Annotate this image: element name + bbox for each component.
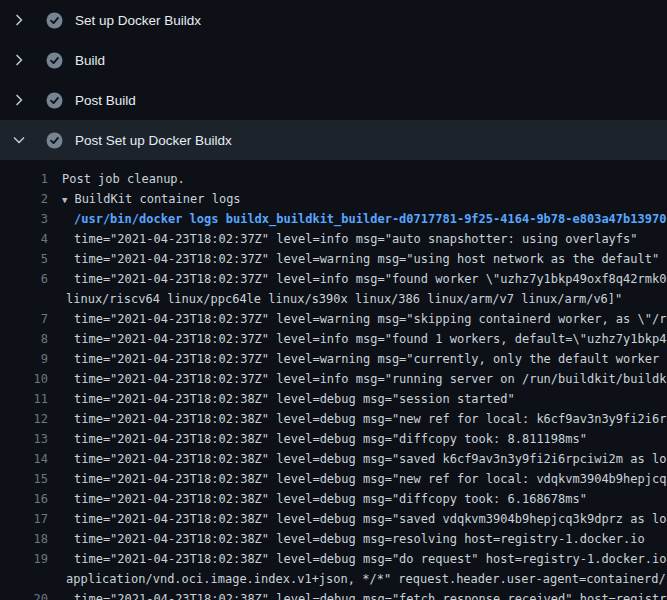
log-text: time="2021-04-23T18:02:37Z" level=info m… [48, 269, 667, 289]
line-number[interactable]: 1 [0, 169, 48, 189]
log-group-toggle[interactable]: ▼BuildKit container logs [48, 189, 241, 209]
log-text: time="2021-04-23T18:02:38Z" level=debug … [48, 589, 667, 600]
actions-log-viewer: Set up Docker BuildxBuildPost BuildPost … [0, 0, 667, 600]
line-number[interactable]: 14 [0, 449, 48, 469]
log-line: 9time="2021-04-23T18:02:37Z" level=warni… [0, 349, 667, 369]
line-number[interactable]: 6 [0, 269, 48, 289]
step-row-post-build[interactable]: Post Build [0, 80, 667, 120]
log-text: time="2021-04-23T18:02:38Z" level=debug … [48, 489, 587, 509]
log-line-continuation: linux/riscv64 linux/ppc64le linux/s390x … [0, 289, 667, 309]
line-number [0, 569, 48, 589]
log-text: time="2021-04-23T18:02:38Z" level=debug … [48, 469, 667, 489]
log-text: time="2021-04-23T18:02:38Z" level=debug … [48, 529, 645, 549]
log-text: time="2021-04-23T18:02:37Z" level=warnin… [48, 249, 659, 269]
log-text: time="2021-04-23T18:02:38Z" level=debug … [48, 549, 667, 569]
chevron-right-icon[interactable] [11, 12, 27, 28]
log-command-text: /usr/bin/docker logs buildx_buildkit_bui… [48, 209, 666, 229]
log-line: 18time="2021-04-23T18:02:38Z" level=debu… [0, 529, 667, 549]
log-text: time="2021-04-23T18:02:37Z" level=info m… [48, 329, 667, 349]
line-number[interactable]: 2 [0, 189, 48, 209]
check-circle-icon [46, 12, 63, 29]
line-number[interactable]: 19 [0, 549, 48, 569]
step-label: Build [75, 53, 105, 68]
step-label: Set up Docker Buildx [75, 13, 201, 28]
log-line-continuation: application/vnd.oci.image.index.v1+json,… [0, 569, 667, 589]
log-line: 16time="2021-04-23T18:02:38Z" level=debu… [0, 489, 667, 509]
line-number[interactable]: 8 [0, 329, 48, 349]
log-line: 20time="2021-04-23T18:02:38Z" level=debu… [0, 589, 667, 600]
steps-list: Set up Docker BuildxBuildPost BuildPost … [0, 0, 667, 160]
log-line: 8time="2021-04-23T18:02:37Z" level=info … [0, 329, 667, 349]
log-line: 17time="2021-04-23T18:02:38Z" level=debu… [0, 509, 667, 529]
chevron-down-icon[interactable] [11, 132, 27, 148]
line-number[interactable]: 12 [0, 409, 48, 429]
log-line: 2▼BuildKit container logs [0, 189, 667, 209]
step-row-set-up-docker-buildx[interactable]: Set up Docker Buildx [0, 0, 667, 40]
line-number[interactable]: 18 [0, 529, 48, 549]
line-number[interactable]: 15 [0, 469, 48, 489]
log-text: time="2021-04-23T18:02:38Z" level=debug … [48, 449, 667, 469]
log-line: 11time="2021-04-23T18:02:38Z" level=debu… [0, 389, 667, 409]
chevron-right-icon[interactable] [11, 92, 27, 108]
line-number[interactable]: 3 [0, 209, 48, 229]
log-line: 13time="2021-04-23T18:02:38Z" level=debu… [0, 429, 667, 449]
check-circle-icon [46, 52, 63, 69]
check-circle-icon [46, 132, 63, 149]
log-line: 6time="2021-04-23T18:02:37Z" level=info … [0, 269, 667, 289]
line-number[interactable]: 17 [0, 509, 48, 529]
line-number[interactable]: 16 [0, 489, 48, 509]
group-title: BuildKit container logs [74, 192, 240, 206]
log-text: Post job cleanup. [48, 169, 185, 189]
step-label: Post Set up Docker Buildx [75, 133, 232, 148]
log-line: 1Post job cleanup. [0, 169, 667, 189]
log-line: 3/usr/bin/docker logs buildx_buildkit_bu… [0, 209, 667, 229]
line-number [0, 289, 48, 309]
line-number[interactable]: 5 [0, 249, 48, 269]
step-label: Post Build [75, 93, 136, 108]
log-line: 14time="2021-04-23T18:02:38Z" level=debu… [0, 449, 667, 469]
triangle-down-icon: ▼ [62, 195, 67, 205]
step-row-post-set-up-docker-buildx[interactable]: Post Set up Docker Buildx [0, 120, 667, 160]
log-text: time="2021-04-23T18:02:38Z" level=debug … [48, 389, 515, 409]
log-line: 5time="2021-04-23T18:02:37Z" level=warni… [0, 249, 667, 269]
log-text: application/vnd.oci.image.index.v1+json,… [48, 569, 667, 589]
line-number[interactable]: 13 [0, 429, 48, 449]
check-circle-icon [46, 92, 63, 109]
log-line: 12time="2021-04-23T18:02:38Z" level=debu… [0, 409, 667, 429]
line-number[interactable]: 7 [0, 309, 48, 329]
log-text: time="2021-04-23T18:02:38Z" level=debug … [48, 429, 587, 449]
log-line: 15time="2021-04-23T18:02:38Z" level=debu… [0, 469, 667, 489]
log-text: time="2021-04-23T18:02:38Z" level=debug … [48, 509, 667, 529]
log-line: 10time="2021-04-23T18:02:37Z" level=info… [0, 369, 667, 389]
line-number[interactable]: 9 [0, 349, 48, 369]
log-text: time="2021-04-23T18:02:37Z" level=warnin… [48, 349, 667, 369]
log-text: time="2021-04-23T18:02:37Z" level=info m… [48, 369, 667, 389]
line-number[interactable]: 4 [0, 229, 48, 249]
chevron-right-icon[interactable] [11, 52, 27, 68]
step-row-build[interactable]: Build [0, 40, 667, 80]
log-line: 4time="2021-04-23T18:02:37Z" level=info … [0, 229, 667, 249]
line-number[interactable]: 10 [0, 369, 48, 389]
line-number[interactable]: 20 [0, 589, 48, 600]
log-line: 7time="2021-04-23T18:02:37Z" level=warni… [0, 309, 667, 329]
log-text: time="2021-04-23T18:02:37Z" level=warnin… [48, 309, 667, 329]
line-number[interactable]: 11 [0, 389, 48, 409]
log-text: time="2021-04-23T18:02:38Z" level=debug … [48, 409, 667, 429]
log-area: 1Post job cleanup.2▼BuildKit container l… [0, 160, 667, 600]
log-text: linux/riscv64 linux/ppc64le linux/s390x … [48, 289, 622, 309]
log-line: 19time="2021-04-23T18:02:38Z" level=debu… [0, 549, 667, 569]
log-text: time="2021-04-23T18:02:37Z" level=info m… [48, 229, 638, 249]
